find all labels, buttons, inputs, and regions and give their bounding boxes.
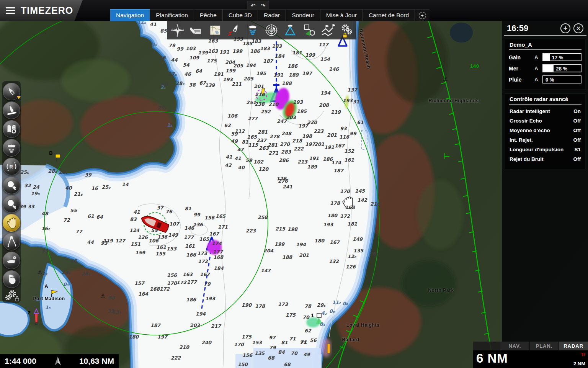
chart-map[interactable]: ⚓ ⚓ ⚓ 4111₅850₆46402₁29₅1₅16319318518379… bbox=[0, 0, 588, 368]
tab-carnet-de-bord[interactable]: Carnet de Bord bbox=[363, 9, 415, 21]
place-label: Loyal Heights bbox=[346, 322, 379, 328]
undo-icon[interactable]: ↶ bbox=[249, 2, 257, 10]
slider-track[interactable]: 0 % bbox=[542, 75, 581, 83]
depth-sounding: 191 bbox=[324, 144, 334, 150]
depth-sounding: 49 bbox=[303, 352, 310, 357]
menu-icon[interactable] bbox=[6, 7, 15, 14]
advanced-row[interactable]: Int. Rejet.Off bbox=[510, 137, 581, 143]
sounder-cone-icon[interactable] bbox=[282, 22, 299, 39]
depth-sounding: 56 bbox=[310, 337, 316, 343]
depth-sounding: 210 bbox=[268, 101, 278, 107]
depth-sounding: 167 bbox=[335, 143, 345, 149]
depth-sounding: 41 bbox=[150, 21, 156, 27]
toolbar-settings-icon[interactable] bbox=[338, 22, 355, 39]
depth-sounding: 172 bbox=[198, 258, 208, 264]
depth-sounding: 172 bbox=[160, 286, 170, 292]
slider-track[interactable]: 28 % bbox=[542, 64, 581, 72]
tab-pêche[interactable]: Pêche bbox=[194, 9, 223, 21]
radar-range-display[interactable]: 6 NM Tr 2 NM bbox=[473, 350, 588, 368]
depth-sounding: 78 bbox=[304, 303, 311, 309]
advanced-row[interactable]: Radar IntelligentOn bbox=[510, 108, 581, 114]
depth-sounding: 163 bbox=[208, 48, 218, 54]
depth-sounding: 124 bbox=[129, 227, 139, 233]
depth-sounding: 171 bbox=[218, 224, 228, 230]
compass-rose-icon[interactable]: N S W E bbox=[169, 22, 186, 39]
advanced-value: Off bbox=[573, 128, 581, 133]
depth-sounding: 135 bbox=[353, 248, 363, 254]
panel-close-icon[interactable]: × bbox=[573, 23, 583, 33]
tab-navigation[interactable]: Navigation bbox=[110, 9, 150, 21]
panel-mode-tabs: NAV.PLAN.RADAR bbox=[473, 342, 588, 350]
auto-flag[interactable]: A bbox=[530, 65, 542, 71]
panel-tab-nav[interactable]: NAV. bbox=[500, 342, 529, 350]
pan-hand-button[interactable] bbox=[3, 214, 20, 232]
depth-sounding: 213 bbox=[297, 159, 307, 165]
depth-sounding: 49 bbox=[231, 138, 237, 144]
man-over-board-button[interactable] bbox=[3, 252, 20, 269]
depth-sounding: 109 bbox=[189, 55, 199, 61]
depth-sounding: 145 bbox=[355, 188, 365, 194]
boat-sounder-history-button[interactable] bbox=[3, 139, 20, 157]
depth-sounding: 174 bbox=[212, 240, 222, 246]
depth-sounding: 137 bbox=[347, 87, 357, 93]
radar-rings-icon[interactable] bbox=[263, 22, 280, 39]
radar-standby-button[interactable]: R bbox=[3, 158, 20, 175]
redo-icon[interactable]: ↷ bbox=[259, 2, 267, 10]
slider-track[interactable]: 17 % bbox=[542, 53, 581, 61]
create-mark-button[interactable] bbox=[3, 270, 20, 288]
depth-sounding: 2₁ bbox=[160, 84, 166, 90]
place-label: Ballard bbox=[342, 337, 359, 342]
depth-sounding: 23₄ bbox=[62, 270, 70, 275]
panel-tab-radar[interactable]: RADAR bbox=[559, 342, 588, 350]
goto-boat-button[interactable] bbox=[3, 101, 20, 119]
depth-sounding: 193 bbox=[205, 296, 215, 301]
panel-tab-plan[interactable]: PLAN. bbox=[529, 342, 559, 350]
depth-sounding: 11₂ bbox=[39, 271, 47, 276]
depth-sounding: 188 bbox=[282, 254, 292, 260]
advanced-value: On bbox=[573, 108, 581, 114]
north-arrow-icon[interactable] bbox=[54, 356, 62, 366]
tab-planification[interactable]: Planification bbox=[150, 9, 194, 21]
annotations-icon[interactable] bbox=[188, 22, 205, 39]
depth-sounding: 44 bbox=[87, 239, 93, 245]
advanced-label: Longueur d'impulsion bbox=[510, 147, 564, 152]
boat-sounder-icon[interactable] bbox=[244, 22, 261, 39]
advanced-row[interactable]: Moyenne d’échoOff bbox=[510, 128, 581, 133]
auto-flag[interactable]: A bbox=[530, 77, 542, 82]
depth-sounding: 55 bbox=[151, 227, 157, 233]
depth-sounding: 1₅ bbox=[167, 122, 172, 128]
chart-selection-icon[interactable] bbox=[207, 22, 224, 39]
auto-flag[interactable]: A bbox=[530, 54, 542, 60]
plus-circle-icon: + bbox=[419, 12, 426, 19]
logbook-button[interactable] bbox=[3, 120, 20, 138]
zoom-in-button[interactable] bbox=[3, 177, 20, 194]
boat-track-icon[interactable] bbox=[225, 22, 242, 39]
tab-sondeur[interactable]: Sondeur bbox=[286, 9, 320, 21]
route-planning-icon[interactable] bbox=[319, 22, 336, 39]
radar-preset-section: Demo_A GainA17 %MerA28 %PluieA0 % bbox=[505, 39, 585, 90]
tools-settings-button[interactable] bbox=[3, 289, 20, 302]
target-select-icon[interactable] bbox=[301, 22, 317, 39]
depth-sounding: 208 bbox=[319, 102, 329, 108]
zoom-out-button[interactable] bbox=[3, 195, 20, 213]
depth-sounding: 186 bbox=[250, 48, 260, 54]
add-workspace-tab[interactable]: + bbox=[415, 9, 430, 21]
advanced-row[interactable]: Grossir EchoOff bbox=[510, 118, 581, 124]
panel-add-icon[interactable]: + bbox=[560, 23, 570, 33]
measure-dividers-button[interactable] bbox=[3, 233, 20, 250]
tool-options-badge[interactable] bbox=[17, 96, 21, 99]
center-on-boat-button[interactable] bbox=[3, 83, 20, 100]
depth-sounding: 186 bbox=[186, 297, 196, 303]
radar-preset-name[interactable]: Demo_A bbox=[509, 41, 581, 50]
lock-icon bbox=[15, 297, 19, 301]
advanced-row[interactable]: Longueur d'impulsionS1 bbox=[510, 147, 581, 152]
depth-sounding: 79 bbox=[204, 281, 210, 287]
advanced-row[interactable]: Rejet du BruitOff bbox=[510, 156, 581, 162]
tab-mise-à-jour[interactable]: Mise à Jour bbox=[320, 9, 363, 21]
tab-radar[interactable]: Radar bbox=[258, 9, 286, 21]
tab-cube-3d[interactable]: Cube 3D bbox=[223, 9, 258, 21]
depth-sounding: 184 bbox=[214, 265, 224, 271]
svg-text:⚓: ⚓ bbox=[443, 75, 448, 83]
depth-sounding: 120 bbox=[258, 166, 268, 172]
depth-sounding: 151 bbox=[131, 241, 140, 247]
